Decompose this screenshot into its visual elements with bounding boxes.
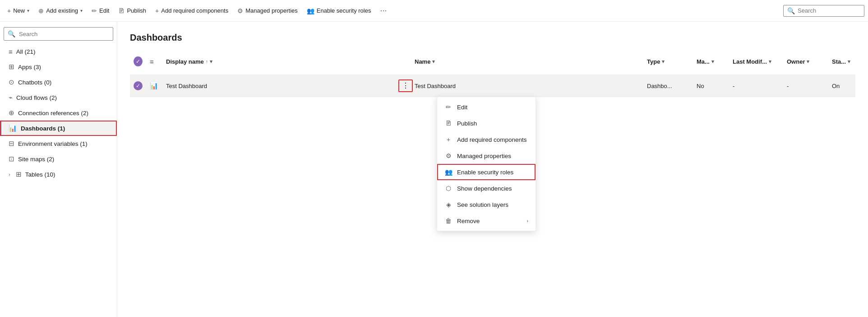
add-required-icon: + [155,7,159,14]
header-status[interactable]: Sta... ▾ [828,56,855,68]
sidebar-search-input[interactable] [19,31,109,37]
table-area: ✓ 📊 Test Dashboard ⋮ Test Dashboard [130,75,855,97]
add-existing-button[interactable]: ⊕ Add existing ▾ [35,5,86,17]
sidebar-item-apps[interactable]: ⊞ Apps (3) [0,59,117,75]
toolbar-search-input[interactable] [798,7,860,14]
sidebar-item-connections[interactable]: ⊕ Connection references (2) [0,105,117,121]
menu-security-label: Enable security roles [457,169,513,176]
row-check-icon: ✓ [134,81,143,90]
owner-label: Owner [787,58,805,65]
plus-icon: + [7,7,11,14]
sidebar-item-all[interactable]: ≡ All (21) [0,44,117,59]
context-menu: ✏ Edit 🖹 Publish + Add required componen… [437,97,536,231]
row-status: On [828,78,855,94]
more-options-button[interactable]: ··· [376,4,390,17]
remove-submenu-icon: › [526,218,528,224]
security-roles-button[interactable]: 👥 Enable security roles [303,5,375,17]
header-display-name[interactable]: Display name ↑ ▾ [162,56,395,68]
last-modified-label: Last Modif... [733,58,767,65]
row-owner-text: - [787,83,789,89]
sidebar-item-site-maps-label: Site maps (2) [18,156,54,163]
menu-solution-layers-label: See solution layers [457,201,508,208]
row-name: Test Dashboard [411,78,643,94]
row-display-name-text: Test Dashboard [166,83,207,89]
row-type: Dashbo... [643,78,693,94]
sidebar-item-env-vars[interactable]: ⊟ Environment variables (1) [0,136,117,151]
header-last-modified[interactable]: Last Modif... ▾ [729,56,783,68]
row-check-cell[interactable]: ✓ [130,77,146,95]
managed-label: Ma... [697,58,710,65]
sidebar-item-dashboards[interactable]: 📊 Dashboards (1) [0,121,117,136]
dependencies-menu-icon: ⬡ [444,185,452,192]
sidebar-item-cloud-flows[interactable]: ⌁ Cloud flows (2) [0,90,117,105]
display-name-label: Display name [166,58,204,65]
menu-item-edit[interactable]: ✏ Edit [437,99,536,115]
main-layout: 🔍 ≡ All (21) ⊞ Apps (3) ⊙ Chatbots (0) ⌁… [0,22,868,317]
row-dots-cell[interactable]: ⋮ [395,75,411,97]
header-dots-cell [395,57,411,66]
tables-icon: ⊞ [16,170,22,178]
edit-button[interactable]: ✏ Edit [88,5,113,17]
sidebar-search-box[interactable]: 🔍 [4,27,113,41]
list-icon: ≡ [9,48,13,56]
row-type-text: Dashbo... [647,83,672,89]
connections-icon: ⊕ [9,109,14,117]
publish-button[interactable]: 🖹 Publish [115,5,150,17]
managed-filter-icon: ▾ [711,59,714,65]
header-managed[interactable]: Ma... ▾ [693,56,729,68]
menu-publish-label: Publish [457,120,477,127]
menu-managed-label: Managed properties [457,153,511,159]
toolbar-search-box[interactable]: 🔍 [783,5,864,17]
sidebar-item-apps-label: Apps (3) [18,64,41,70]
toolbar-right: 🔍 [783,5,864,17]
menu-item-publish[interactable]: 🖹 Publish [437,115,536,131]
table-row: ✓ 📊 Test Dashboard ⋮ Test Dashboard [130,75,855,97]
sidebar-item-site-maps[interactable]: ⊡ Site maps (2) [0,151,117,167]
header-type[interactable]: Type ▾ [643,56,693,68]
remove-menu-icon: 🗑 [444,217,452,224]
filter-icon: ▾ [210,59,212,65]
menu-add-required-label: Add required components [457,136,527,143]
sidebar-search-icon: 🔍 [8,30,15,37]
cloud-flows-icon: ⌁ [9,93,13,102]
env-vars-icon: ⊟ [9,140,14,148]
menu-remove-label: Remove [457,218,480,224]
row-owner: - [783,78,828,94]
sidebar-item-tables[interactable]: › ⊞ Tables (10) [0,167,117,182]
sidebar-item-cloud-flows-label: Cloud flows (2) [16,94,57,101]
menu-item-solution-layers[interactable]: ◈ See solution layers [437,196,536,213]
menu-item-remove[interactable]: 🗑 Remove › [437,213,536,229]
row-last-modified: - [729,78,783,94]
managed-properties-button[interactable]: ⚙ Managed properties [234,5,301,17]
header-owner[interactable]: Owner ▾ [783,56,828,68]
header-check-icon[interactable]: ✓ [134,56,143,66]
add-required-label: Add required components [161,7,228,14]
status-filter-icon: ▾ [848,59,850,65]
sidebar-item-env-vars-label: Environment variables (1) [18,140,88,147]
name-filter-icon: ▾ [432,59,435,65]
owner-filter-icon: ▾ [807,59,809,65]
sidebar-item-tables-label: Tables (10) [25,171,55,178]
toolbar-search-icon: 🔍 [787,7,795,14]
sidebar-item-chatbots-label: Chatbots (0) [18,79,51,86]
sidebar-item-chatbots[interactable]: ⊙ Chatbots (0) [0,75,117,90]
dashboards-icon: 📊 [9,124,17,132]
menu-item-managed-properties[interactable]: ⚙ Managed properties [437,148,536,164]
menu-item-add-required[interactable]: + Add required components [437,131,536,148]
row-managed: No [693,78,729,94]
add-required-button[interactable]: + Add required components [152,5,232,17]
publish-icon: 🖹 [118,7,125,14]
header-name[interactable]: Name ▾ [411,56,643,68]
row-status-text: On [832,83,840,89]
menu-item-show-dependencies[interactable]: ⬡ Show dependencies [437,180,536,196]
menu-edit-label: Edit [457,104,467,111]
row-dashboard-icon: 📊 [150,82,158,90]
new-button[interactable]: + New ▾ [4,5,33,17]
type-filter-icon: ▾ [662,59,665,65]
new-label: New [13,7,25,14]
managed-label: Managed properties [245,7,298,14]
header-icon-cell: ≡ [146,53,162,70]
menu-item-security-roles[interactable]: 👥 Enable security roles [437,164,536,180]
security-icon: 👥 [307,7,314,14]
edit-icon: ✏ [92,7,97,14]
